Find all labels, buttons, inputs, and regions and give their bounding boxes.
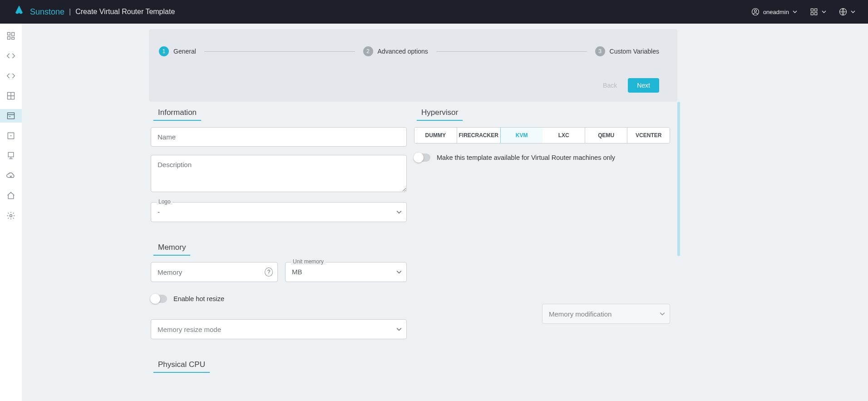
- information-column: Information Logo -: [149, 105, 410, 222]
- next-button[interactable]: Next: [628, 78, 659, 93]
- step-1[interactable]: 1 General: [159, 46, 196, 56]
- logo-label: Logo: [157, 198, 173, 205]
- vrouter-only-label: Make this template available for Virtual…: [437, 154, 615, 161]
- hypervisor-group: DUMMY FIRECRACKER KVM LXC QEMU VCENTER: [414, 127, 670, 144]
- sidebar-code2-icon[interactable]: [0, 69, 22, 83]
- hot-resize-toggle[interactable]: [151, 295, 167, 303]
- unit-memory-label: Unit memory: [291, 258, 326, 265]
- sidebar-home-icon[interactable]: [0, 189, 22, 203]
- hypervisor-column: Hypervisor DUMMY FIRECRACKER KVM LXC QEM…: [410, 105, 672, 222]
- app-logo[interactable]: [8, 5, 30, 18]
- hypervisor-firecracker[interactable]: FIRECRACKER: [457, 128, 501, 143]
- page-title: Create Virtual Router Template: [75, 8, 175, 16]
- step-2[interactable]: 2 Advanced options: [363, 46, 428, 56]
- user-name: oneadmin: [763, 9, 789, 15]
- vrouter-only-row: Make this template available for Virtual…: [414, 153, 670, 162]
- brand-name[interactable]: Sunstone: [30, 7, 64, 17]
- unit-memory-select[interactable]: Unit memory MB: [285, 262, 407, 282]
- memory-modification-placeholder: Memory modification: [542, 305, 660, 323]
- chevron-down-icon: [396, 269, 402, 275]
- svg-rect-8: [12, 33, 15, 36]
- name-input[interactable]: [151, 128, 406, 146]
- section-information: Information: [153, 105, 201, 121]
- hot-resize-label: Enable hot resize: [173, 295, 224, 302]
- memory-input[interactable]: [151, 263, 265, 282]
- step-connector: [436, 51, 587, 52]
- stepper: 1 General 2 Advanced options 3 Custom Va…: [159, 46, 659, 56]
- svg-rect-14: [8, 153, 14, 157]
- section-memory: Memory: [153, 240, 190, 256]
- memory-field[interactable]: ?: [151, 262, 278, 282]
- svg-rect-3: [815, 9, 817, 11]
- section-physical-cpu: Physical CPU: [153, 357, 210, 373]
- step-connector: [204, 51, 355, 52]
- hypervisor-lxc[interactable]: LXC: [542, 128, 585, 143]
- svg-rect-12: [8, 113, 15, 119]
- sidebar-dashboard-icon[interactable]: [0, 29, 22, 43]
- memory-modification-select[interactable]: Memory modification: [542, 304, 670, 324]
- svg-rect-9: [8, 37, 10, 40]
- memory-resize-mode-placeholder: Memory resize mode: [151, 320, 396, 339]
- step-1-label: General: [173, 48, 196, 55]
- sidebar-cloud-icon[interactable]: [0, 169, 22, 183]
- sidebar-code1-icon[interactable]: [0, 49, 22, 63]
- step-3-label: Custom Variables: [610, 48, 659, 55]
- name-field[interactable]: [151, 127, 407, 147]
- svg-point-1: [754, 10, 756, 12]
- sidebar-host-icon[interactable]: [0, 149, 22, 163]
- back-button: Back: [597, 78, 622, 93]
- logo-value: -: [151, 203, 396, 221]
- physical-cpu-column: Physical CPU: [149, 357, 410, 379]
- memory-resize-mode-select[interactable]: Memory resize mode: [151, 319, 407, 339]
- topbar: Sunstone | Create Virtual Router Templat…: [0, 0, 868, 24]
- chevron-down-icon: [396, 209, 402, 215]
- hypervisor-kvm[interactable]: KVM: [500, 127, 543, 144]
- apps-menu[interactable]: [810, 8, 826, 16]
- step-2-label: Advanced options: [378, 48, 428, 55]
- header-divider: |: [69, 8, 71, 16]
- unit-memory-value: MB: [286, 263, 396, 281]
- step-1-number: 1: [159, 46, 169, 56]
- hypervisor-dummy[interactable]: DUMMY: [414, 128, 457, 143]
- stepper-actions: Back Next: [159, 78, 659, 93]
- scroll-indicator[interactable]: [677, 102, 680, 256]
- sidebar-grid-icon[interactable]: [0, 89, 22, 103]
- topbar-right: oneadmin: [751, 8, 855, 16]
- svg-point-15: [10, 215, 12, 217]
- vrouter-only-toggle[interactable]: [414, 153, 430, 162]
- description-textarea[interactable]: [151, 155, 407, 192]
- svg-rect-10: [12, 37, 15, 39]
- step-3-number: 3: [595, 46, 605, 56]
- svg-rect-5: [815, 13, 817, 15]
- svg-rect-4: [811, 13, 813, 15]
- section-hypervisor: Hypervisor: [417, 105, 463, 121]
- step-3[interactable]: 3 Custom Variables: [595, 46, 659, 56]
- logo-select[interactable]: Logo -: [151, 202, 407, 222]
- sidebar-templates-icon[interactable]: [0, 109, 22, 123]
- step-2-number: 2: [363, 46, 373, 56]
- hypervisor-qemu[interactable]: QEMU: [585, 128, 628, 143]
- stepper-card: 1 General 2 Advanced options 3 Custom Va…: [149, 29, 677, 102]
- hypervisor-vcenter[interactable]: VCENTER: [627, 128, 670, 143]
- help-icon[interactable]: ?: [265, 267, 273, 277]
- svg-rect-7: [8, 33, 10, 35]
- user-menu[interactable]: oneadmin: [751, 8, 797, 16]
- hot-resize-row: Enable hot resize: [151, 295, 407, 303]
- sidebar: [0, 24, 22, 401]
- memory-mod-column: Memory modification: [410, 240, 672, 339]
- memory-column: Memory ? Unit memory MB Enable hot resiz…: [149, 240, 410, 339]
- chevron-down-icon: [396, 327, 402, 332]
- svg-rect-2: [811, 9, 813, 11]
- sidebar-box-icon[interactable]: [0, 129, 22, 143]
- chevron-down-icon: [660, 311, 665, 317]
- sidebar-settings-icon[interactable]: [0, 209, 22, 223]
- form-content: Information Logo - Hypervisor DUMMY FIRE…: [149, 102, 677, 379]
- locale-menu[interactable]: [839, 8, 855, 16]
- main: 1 General 2 Advanced options 3 Custom Va…: [22, 24, 868, 401]
